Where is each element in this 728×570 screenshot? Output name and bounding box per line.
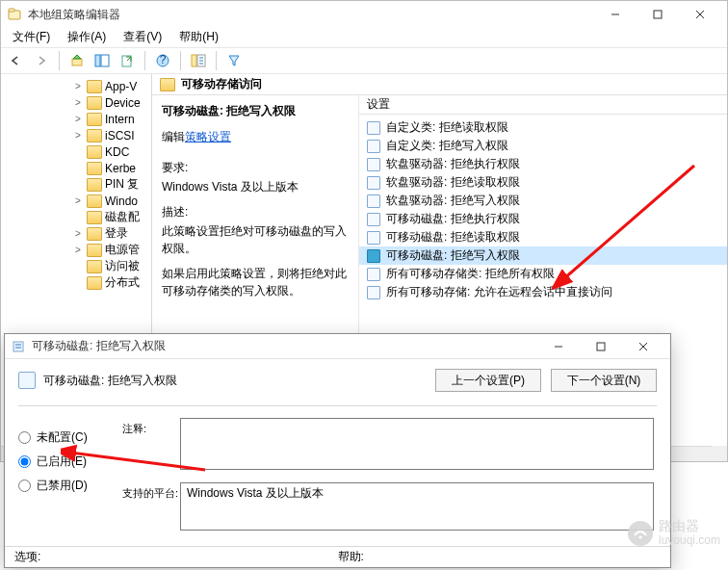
platform-box: Windows Vista 及以上版本	[180, 482, 654, 531]
settings-item-label: 软盘驱动器: 拒绝写入权限	[386, 193, 520, 209]
settings-head-label: 设置	[367, 96, 390, 113]
window-controls	[594, 1, 721, 28]
forward-button[interactable]	[30, 49, 53, 72]
previous-setting-button[interactable]: 上一个设置(P)	[435, 369, 541, 392]
dialog-maximize-button[interactable]	[580, 334, 622, 359]
tree-node[interactable]: PIN 复	[1, 176, 151, 193]
divider	[18, 405, 657, 406]
export-button[interactable]	[116, 49, 139, 72]
watermark-text: 路由器 luyouqi.com	[659, 519, 720, 547]
settings-list-item[interactable]: 可移动磁盘: 拒绝写入权限	[359, 246, 727, 265]
dialog-minimize-button[interactable]	[537, 334, 580, 359]
tree-node-label: 分布式	[105, 274, 140, 291]
tree-node-label: 登录	[105, 225, 128, 242]
folder-icon	[87, 162, 102, 175]
platform-label: 支持的平台:	[122, 482, 180, 501]
settings-column-header[interactable]: 设置	[359, 95, 727, 115]
up-button[interactable]	[65, 49, 89, 72]
tree-caret-icon[interactable]: >	[72, 81, 84, 91]
svg-rect-22	[597, 343, 605, 350]
svg-rect-7	[95, 55, 100, 66]
menu-action[interactable]: 操作(A)	[60, 28, 114, 47]
dialog-heading: 可移动磁盘: 拒绝写入权限	[43, 373, 435, 389]
tree-node-label: KDC	[105, 145, 129, 159]
show-hide-tree-button[interactable]	[91, 49, 114, 72]
settings-item-label: 可移动磁盘: 拒绝写入权限	[386, 247, 520, 264]
tree-node[interactable]: >Intern	[1, 111, 151, 127]
comment-label: 注释:	[122, 418, 180, 436]
policy-icon	[367, 286, 380, 299]
folder-icon	[160, 78, 175, 91]
settings-list: 自定义类: 拒绝读取权限自定义类: 拒绝写入权限软盘驱动器: 拒绝执行权限软盘驱…	[359, 115, 727, 305]
radio-enabled[interactable]: 已启用(E)	[18, 453, 122, 470]
tree-caret-icon[interactable]: >	[72, 245, 84, 255]
detail-header: 可移动存储访问	[152, 74, 727, 95]
folder-icon	[87, 129, 102, 142]
menu-file[interactable]: 文件(F)	[5, 28, 58, 47]
toolbar: ?	[1, 47, 727, 74]
comment-textarea[interactable]	[180, 418, 654, 470]
radio-unconfigured-input[interactable]	[18, 431, 31, 444]
next-setting-button[interactable]: 下一个设置(N)	[551, 369, 657, 392]
menu-help[interactable]: 帮助(H)	[171, 28, 226, 47]
radio-disabled-input[interactable]	[18, 479, 31, 492]
tree-node[interactable]: 分布式	[1, 274, 151, 291]
close-button[interactable]	[679, 1, 721, 28]
settings-item-label: 自定义类: 拒绝写入权限	[386, 138, 508, 154]
tree-node-label: iSCSI	[105, 129, 135, 142]
gpedit-icon	[7, 7, 22, 22]
tree-node[interactable]: >Device	[1, 94, 151, 111]
tree-node[interactable]: >iSCSI	[1, 127, 151, 143]
tree-node[interactable]: >电源管	[1, 242, 151, 258]
settings-list-item[interactable]: 可移动磁盘: 拒绝执行权限	[359, 210, 727, 228]
tree-node[interactable]: 磁盘配	[1, 209, 151, 225]
dialog-close-button[interactable]	[622, 334, 664, 359]
tree-node[interactable]: KDC	[1, 143, 151, 160]
svg-point-26	[638, 535, 641, 538]
properties-button[interactable]	[187, 49, 210, 72]
tree-caret-icon[interactable]: >	[72, 228, 84, 239]
radio-disabled-label: 已禁用(D)	[37, 478, 88, 494]
dialog-body: 可移动磁盘: 拒绝写入权限 上一个设置(P) 下一个设置(N) 未配置(C) 已…	[5, 359, 670, 546]
menu-view[interactable]: 查看(V)	[116, 28, 169, 47]
settings-list-item[interactable]: 自定义类: 拒绝写入权限	[359, 137, 727, 155]
radio-enabled-input[interactable]	[18, 455, 31, 468]
tree-node[interactable]: >登录	[1, 225, 151, 242]
folder-icon	[87, 113, 102, 126]
radio-disabled[interactable]: 已禁用(D)	[18, 478, 122, 494]
menubar: 文件(F) 操作(A) 查看(V) 帮助(H)	[1, 28, 727, 47]
tree-node[interactable]: >Windo	[1, 193, 151, 209]
tree-node[interactable]: 访问被	[1, 258, 151, 274]
state-radio-group: 未配置(C) 已启用(E) 已禁用(D)	[18, 418, 122, 540]
edit-label: 编辑	[162, 130, 185, 143]
settings-list-item[interactable]: 所有可移动存储类: 拒绝所有权限	[359, 265, 727, 283]
watermark-brand: 路由器	[659, 519, 720, 533]
radio-unconfigured[interactable]: 未配置(C)	[18, 429, 122, 446]
settings-list-item[interactable]: 所有可移动存储: 允许在远程会话中直接访问	[359, 283, 727, 301]
tree-caret-icon[interactable]: >	[72, 97, 84, 108]
settings-list-item[interactable]: 软盘驱动器: 拒绝写入权限	[359, 192, 727, 210]
settings-list-item[interactable]: 软盘驱动器: 拒绝读取权限	[359, 173, 727, 192]
policy-icon	[367, 158, 380, 171]
minimize-button[interactable]	[594, 1, 637, 28]
tree-caret-icon[interactable]: >	[72, 114, 84, 124]
tree-node-label: Device	[105, 96, 141, 110]
settings-list-item[interactable]: 软盘驱动器: 拒绝执行权限	[359, 155, 727, 173]
folder-icon	[87, 227, 102, 241]
svg-text:?: ?	[160, 54, 167, 66]
back-button[interactable]	[5, 49, 28, 72]
filter-button[interactable]	[222, 49, 246, 72]
tree-node[interactable]: Kerbe	[1, 160, 151, 176]
settings-list-item[interactable]: 可移动磁盘: 拒绝读取权限	[359, 228, 727, 246]
tree-node[interactable]: >App-V	[1, 78, 151, 94]
requirement-value: Windows Vista 及以上版本	[162, 178, 349, 195]
folder-icon	[87, 244, 102, 257]
edit-policy-link[interactable]: 策略设置	[185, 130, 231, 143]
tree-caret-icon[interactable]: >	[72, 130, 84, 141]
tree-caret-icon[interactable]: >	[72, 195, 84, 206]
comment-row: 注释:	[122, 418, 657, 473]
dialog-header-row: 可移动磁盘: 拒绝写入权限 上一个设置(P) 下一个设置(N)	[18, 369, 657, 392]
help-button[interactable]: ?	[151, 49, 174, 72]
settings-list-item[interactable]: 自定义类: 拒绝读取权限	[359, 118, 727, 137]
maximize-button[interactable]	[637, 1, 679, 28]
